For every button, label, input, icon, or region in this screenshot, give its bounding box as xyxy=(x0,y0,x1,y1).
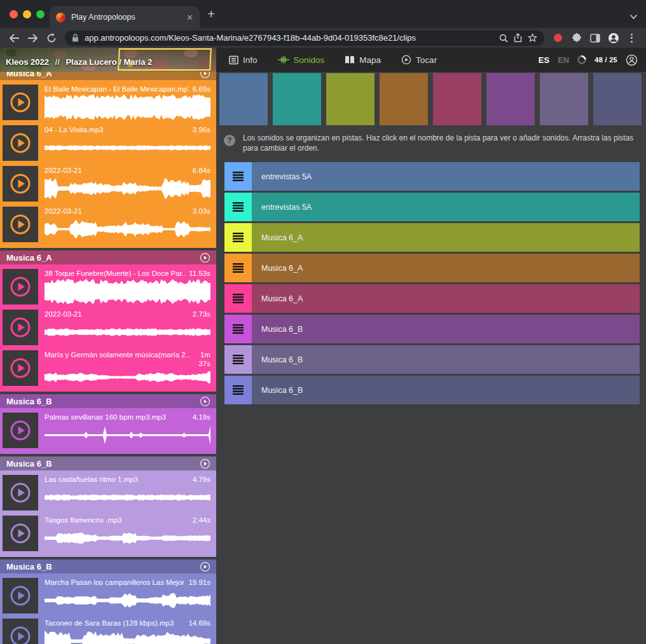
track-row[interactable]: Musica 6_B xyxy=(224,315,640,343)
track-color-swatch[interactable] xyxy=(593,73,642,125)
track-bar[interactable]: Musica 6_A xyxy=(252,254,640,282)
drag-handle[interactable] xyxy=(224,284,252,313)
track-row[interactable]: Musica 6_A xyxy=(224,223,640,252)
nav-tocar[interactable]: Tocar xyxy=(401,55,437,65)
browser-menu-icon[interactable] xyxy=(623,30,640,46)
clip-play-button[interactable] xyxy=(3,413,38,448)
browser-tab[interactable]: Play Antropoloops ✕ xyxy=(50,6,200,28)
lang-en-button[interactable]: EN xyxy=(558,55,569,65)
track-bar[interactable]: Musica 6_B xyxy=(252,376,640,404)
clip-play-button[interactable] xyxy=(3,350,38,386)
waveform[interactable] xyxy=(45,484,210,511)
waveform[interactable] xyxy=(45,627,210,644)
minimize-window-button[interactable] xyxy=(23,10,31,18)
section-play-icon[interactable] xyxy=(200,72,210,79)
zoom-page-icon[interactable] xyxy=(499,34,508,43)
nav-info[interactable]: Info xyxy=(229,55,258,65)
waveform[interactable] xyxy=(45,134,210,161)
track-row[interactable]: Musica 6_A xyxy=(224,254,640,282)
track-bar[interactable]: Musica 6_B xyxy=(252,345,640,374)
share-icon[interactable] xyxy=(514,33,522,43)
clip-play-button[interactable] xyxy=(3,85,38,120)
section-play-icon[interactable] xyxy=(200,561,210,572)
drag-handle[interactable] xyxy=(224,315,252,343)
clip-play-button[interactable] xyxy=(3,619,38,644)
track-bar[interactable]: Musica 6_A xyxy=(252,284,640,313)
drag-handle[interactable] xyxy=(224,162,252,191)
section-header[interactable]: Musica 6_B xyxy=(0,394,216,408)
close-window-button[interactable] xyxy=(10,10,18,18)
waveform[interactable] xyxy=(45,587,210,614)
waveform[interactable] xyxy=(45,368,210,387)
extensions-puzzle-icon[interactable] xyxy=(568,30,585,46)
section-header[interactable]: Musica 6_A xyxy=(0,72,216,80)
url-bar[interactable]: app.antropoloops.com/Kleos-Santa-Marina/… xyxy=(65,31,544,46)
clip-play-button[interactable] xyxy=(3,166,38,202)
reload-button[interactable] xyxy=(43,30,60,46)
track-color-swatch[interactable] xyxy=(486,73,535,125)
track-bar[interactable]: entrevistas 5A xyxy=(252,162,640,191)
drag-handle[interactable] xyxy=(224,193,252,221)
drag-handle[interactable] xyxy=(224,376,252,404)
track-row[interactable]: entrevistas 5A xyxy=(224,162,640,191)
profile-avatar[interactable] xyxy=(605,30,622,46)
waveform[interactable] xyxy=(45,216,210,243)
bookmark-star-icon[interactable] xyxy=(528,33,537,43)
clip-play-button[interactable] xyxy=(3,516,38,551)
drag-handle[interactable] xyxy=(224,345,252,374)
map-thumbnail[interactable]: Kleos 2022 // Plaza Lucero / María 2 xyxy=(0,48,216,72)
section-header[interactable]: Musica 6_B xyxy=(0,559,216,573)
nav-mapa[interactable]: Mapa xyxy=(345,55,381,65)
clip-play-button[interactable] xyxy=(3,475,38,510)
section-play-icon[interactable] xyxy=(200,396,210,407)
drag-handle[interactable] xyxy=(224,223,252,252)
section-header[interactable]: Musica 6_A xyxy=(0,250,216,264)
nav-sonidos[interactable]: Sonidos xyxy=(278,55,325,65)
track-bar[interactable]: Musica 6_B xyxy=(252,315,640,343)
back-button[interactable] xyxy=(6,30,23,46)
track-name: entrevistas 5A xyxy=(261,203,312,212)
tab-search-chevron-icon[interactable] xyxy=(629,11,638,22)
tab-close-icon[interactable]: ✕ xyxy=(186,13,193,22)
new-tab-button[interactable]: + xyxy=(207,7,215,20)
side-panel-icon[interactable] xyxy=(586,30,603,46)
track-color-swatch[interactable] xyxy=(540,73,588,125)
waveform[interactable] xyxy=(45,421,210,449)
breadcrumb-path[interactable]: Plaza Lucero / María 2 xyxy=(65,57,152,67)
waveform[interactable] xyxy=(45,319,210,346)
clip-row: Las castañuelas ritmo 1.mp3 4.79s xyxy=(0,472,216,513)
track-row[interactable]: Musica 6_B xyxy=(224,345,640,374)
waveform[interactable] xyxy=(45,278,210,305)
zoom-window-button[interactable] xyxy=(36,10,45,18)
track-row[interactable]: entrevistas 5A xyxy=(224,193,640,221)
track-color-swatch[interactable] xyxy=(326,73,375,125)
track-color-swatch[interactable] xyxy=(380,73,428,125)
section-play-icon[interactable] xyxy=(200,458,210,469)
track-bar[interactable]: entrevistas 5A xyxy=(252,193,640,221)
track-color-swatch[interactable] xyxy=(273,73,321,125)
account-icon[interactable] xyxy=(626,54,638,66)
waveform[interactable] xyxy=(45,93,210,121)
play-icon xyxy=(9,419,32,442)
track-color-swatch[interactable] xyxy=(433,73,481,125)
clip-play-button[interactable] xyxy=(3,207,38,242)
track-row[interactable]: Musica 6_B xyxy=(224,376,640,404)
section-play-icon[interactable] xyxy=(200,252,210,263)
clip-play-button[interactable] xyxy=(3,125,38,161)
tab-strip: Play Antropoloops ✕ + xyxy=(0,0,646,28)
clip-play-button[interactable] xyxy=(3,578,38,613)
track-bar[interactable]: Musica 6_A xyxy=(252,223,640,252)
forward-button[interactable] xyxy=(24,30,41,46)
track-row[interactable]: Musica 6_A xyxy=(224,284,640,313)
section-title: Musica 6_B xyxy=(6,459,52,469)
track-color-swatch[interactable] xyxy=(219,73,268,125)
waveform[interactable] xyxy=(45,175,210,202)
recording-indicator-icon[interactable] xyxy=(549,30,567,46)
clip-play-button[interactable] xyxy=(3,310,38,345)
breadcrumb-project[interactable]: Kleos 2022 xyxy=(6,57,49,67)
clip-play-button[interactable] xyxy=(3,269,38,305)
drag-handle[interactable] xyxy=(224,254,252,282)
lang-es-button[interactable]: ES xyxy=(539,55,549,65)
section-header[interactable]: Musica 6_B xyxy=(0,456,216,470)
waveform[interactable] xyxy=(45,524,210,552)
